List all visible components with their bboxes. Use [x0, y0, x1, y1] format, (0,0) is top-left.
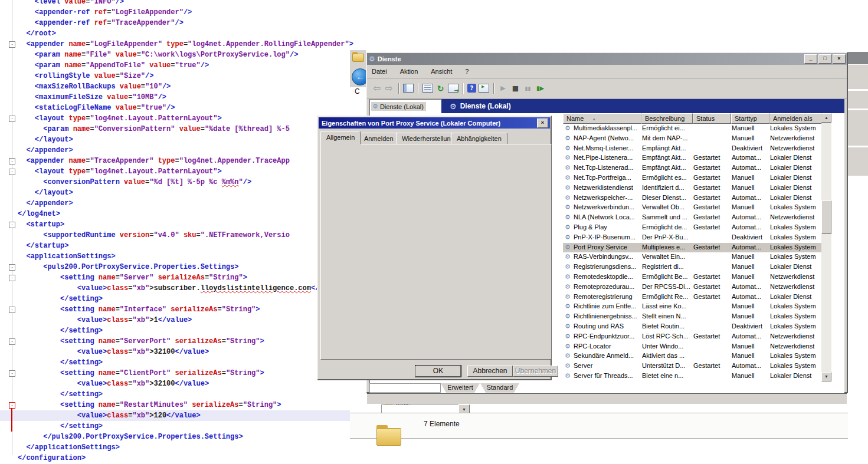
service-name: Routing und RAS [574, 323, 640, 330]
restart-service-icon[interactable]: ▮▶ [535, 83, 545, 93]
menu-item-aktion[interactable]: Aktion [400, 68, 418, 75]
close-button[interactable]: × [833, 54, 846, 64]
service-row[interactable]: ⚙NetzwerklistendienstIdentifiziert d...G… [563, 183, 821, 193]
stop-service-icon[interactable]: ■ [510, 83, 520, 93]
service-name: RPC-Locator [574, 343, 640, 350]
service-row[interactable]: ⚙PnP-X-IP-Busenum...Der PnP-X-Bu...Deakt… [563, 233, 821, 243]
service-name: Remoteprozedurau... [574, 283, 640, 290]
gear-icon: ⚙ [565, 283, 572, 291]
service-row[interactable]: ⚙Multimediaklassenpl...Ermöglicht ei...M… [563, 124, 821, 134]
properties-icon[interactable] [422, 84, 433, 93]
tab-standard[interactable]: Standard [480, 383, 519, 393]
code-line: </setting> [0, 294, 350, 304]
service-starttype: Manuell [732, 273, 768, 280]
maximize-button[interactable]: □ [818, 54, 831, 64]
fold-marker[interactable]: - [9, 275, 15, 281]
ok-button[interactable]: OK [415, 366, 461, 377]
service-row[interactable]: ⚙NLA (Network Loca...Sammelt und ...Gest… [563, 213, 821, 223]
address-bar-fragment: C [355, 87, 360, 96]
sort-ascending-icon: ▲ [592, 117, 596, 121]
forward-icon[interactable]: ⇨ [384, 83, 394, 93]
service-row[interactable]: ⚙Richtlinie zum Entfe...Lässt eine Ko...… [563, 302, 821, 312]
code-line: <layout type="log4net.Layout.PatternLayo… [0, 113, 350, 124]
gear-icon: ⚙ [565, 194, 572, 202]
service-row[interactable]: ⚙ServerUnterstützt D...GestartetAutomat.… [563, 361, 821, 371]
service-row[interactable]: ⚙RAS-Verbindungsv...Verwaltet Ein...Manu… [563, 252, 821, 262]
scroll-down-icon[interactable]: ▼ [821, 372, 831, 381]
column-header-starttyp[interactable]: Starttyp [731, 113, 769, 124]
fold-marker[interactable]: - [9, 222, 15, 228]
close-icon[interactable]: × [537, 119, 548, 128]
minimize-button[interactable]: _ [804, 54, 817, 64]
vertical-scrollbar[interactable]: ▲ ▼ [821, 113, 831, 381]
column-header-anmelden-als[interactable]: Anmelden als [769, 113, 821, 124]
service-row[interactable]: ⚙NAP-Agent (Netwo...Mit dem NAP-...Manue… [563, 134, 821, 144]
service-row[interactable]: ⚙Port Proxy ServiceMultiplexes e...Gesta… [563, 243, 821, 253]
service-row[interactable]: ⚙Server für Threads...Bietet eine n...Ma… [563, 371, 821, 381]
dialog-tab-allgemein[interactable]: Allgemein [320, 131, 361, 144]
service-row[interactable]: ⚙Net.Tcp-Listenerad...Empfängt Akt...Ges… [563, 163, 821, 173]
service-row[interactable]: ⚙Routing und RASBietet Routin...Deaktivi… [563, 322, 821, 332]
fold-marker[interactable]: - [9, 169, 15, 175]
service-row[interactable]: ⚙RPC-Endpunktzuor...Löst RPC-Sch...Gesta… [563, 332, 821, 342]
column-header-name[interactable]: Name▲ [563, 113, 641, 124]
uebernehmen-button[interactable]: Übernehmen [513, 366, 558, 377]
fold-marker[interactable]: - [9, 338, 15, 345]
start-service-icon[interactable]: ▶ [498, 83, 508, 93]
background-window-fragment [848, 110, 868, 146]
help-icon[interactable]: ? [467, 84, 476, 93]
column-header-beschreibung[interactable]: Beschreibung [641, 113, 693, 124]
service-row[interactable]: ⚙Plug & PlayErmöglicht de...GestartetAut… [563, 223, 821, 233]
gear-icon: ⚙ [565, 263, 572, 271]
menu-item-ansicht[interactable]: Ansicht [431, 68, 452, 75]
scrollbar-thumb[interactable] [821, 200, 831, 234]
title-bar[interactable]: ⚙ Dienste _ □ × [367, 53, 847, 65]
fold-marker[interactable]: - [9, 370, 15, 377]
export-list-icon[interactable] [448, 84, 458, 93]
service-row[interactable]: ⚙RemoteregistrierungErmöglicht Re...Gest… [563, 292, 821, 302]
service-row[interactable]: ⚙Richtlinienergebniss...Stellt einen N..… [563, 312, 821, 322]
service-row[interactable]: ⚙Net.Pipe-Listenera...Empfängt Akt...Ges… [563, 153, 821, 163]
back-icon[interactable]: ⇦ [372, 83, 382, 93]
service-name: Net.Msmq-Listener... [574, 144, 640, 152]
fold-marker[interactable]: - [9, 41, 15, 48]
title-bar[interactable]: Eigenschaften von Port Proxy Service (Lo… [319, 117, 550, 129]
refresh-icon[interactable]: ↻ [435, 83, 446, 93]
service-row[interactable]: ⚙Sekundäre Anmeld...Aktiviert das ...Man… [563, 351, 821, 361]
service-row[interactable]: ⚙RPC-LocatorUnter Windo...ManuellNetzwer… [563, 342, 821, 352]
service-row[interactable]: ⚙Netzwerkspeicher-...Dieser Dienst...Ges… [563, 193, 821, 203]
service-row[interactable]: ⚙Remotedesktopdie...Ermöglicht Be...Gest… [563, 272, 821, 282]
service-name: Netzwerkverbindun... [574, 203, 640, 210]
dialog-tab-anmelden[interactable]: Anmelden [358, 133, 399, 144]
fold-marker[interactable]: - [9, 264, 15, 271]
pause-service-icon[interactable]: ▮▮ [523, 83, 533, 93]
service-logon-as: Netzwerkdienst [770, 273, 821, 280]
service-logon-as: Lokales System [770, 253, 821, 260]
show-console-tree-icon[interactable] [403, 84, 414, 93]
tab-erweitert[interactable]: Erweitert [441, 383, 480, 393]
service-name: Remotedesktopdie... [574, 273, 640, 280]
service-row[interactable]: ⚙Net.Msmq-Listener...Empfängt Akt...Deak… [563, 144, 821, 154]
code-line: <appender-ref ref="LogFileAppender"/> [0, 7, 350, 18]
service-name: Net.Tcp-Portfreiga... [574, 174, 640, 181]
column-header-status[interactable]: Status [693, 113, 731, 124]
service-description: Bietet eine n... [642, 372, 692, 379]
service-description: Empfängt Akt... [642, 144, 692, 152]
service-row[interactable]: ⚙Netzwerkverbindun...Verwaltet Ob...Gest… [563, 203, 821, 213]
new-window-icon[interactable] [479, 84, 489, 93]
tree-item-dienste-lokal[interactable]: ⚙ Dienste (Lokal) [371, 102, 426, 111]
dialog-tab-abhängigkeiten[interactable]: Abhängigkeiten [451, 133, 507, 144]
service-row[interactable]: ⚙Net.Tcp-Portfreiga...Ermöglicht es...Ge… [563, 173, 821, 183]
service-row[interactable]: ⚙Registrierungsdiens...Registriert di...… [563, 262, 821, 272]
fold-marker[interactable]: - [9, 158, 15, 164]
menu-item-?[interactable]: ? [465, 68, 469, 75]
code-line: <conversionPattern value="%d [%t] %-5p %… [0, 177, 350, 187]
abbrechen-button[interactable]: Abbrechen [467, 366, 513, 377]
service-row[interactable]: ⚙Remoteprozedurau...Der RPCSS-Di...Gesta… [563, 282, 821, 292]
scroll-up-icon[interactable]: ▲ [821, 113, 831, 123]
xml-code-editor[interactable]: <level value="INFO"/> <appender-ref ref=… [0, 0, 350, 464]
service-description: Ermöglicht Re... [642, 293, 692, 300]
fold-marker[interactable]: - [9, 307, 15, 313]
menu-item-datei[interactable]: Datei [372, 68, 387, 75]
fold-marker[interactable]: - [9, 116, 15, 122]
